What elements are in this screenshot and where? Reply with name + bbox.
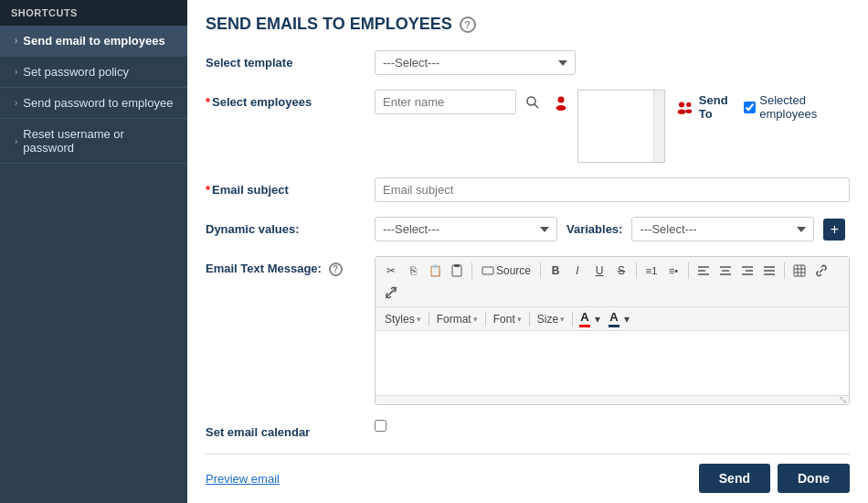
preview-email-button[interactable]: Preview email [206, 472, 280, 486]
paste-text-button[interactable] [447, 261, 467, 281]
send-to-label: Send To [699, 93, 738, 121]
paste-button[interactable]: 📋 [425, 261, 445, 281]
footer-divider [206, 454, 850, 455]
chevron-icon: › [15, 36, 17, 46]
svg-line-1 [535, 104, 538, 108]
page-title: SEND EMAILS TO EMPLOYEES [206, 15, 452, 34]
ordered-list-button[interactable]: ≡1 [641, 261, 662, 281]
select-template-control: ---Select--- [375, 50, 850, 75]
done-button[interactable]: Done [778, 464, 850, 493]
main-content: SEND EMAILS TO EMPLOYEES ? Select templa… [187, 0, 868, 503]
email-subject-control [375, 177, 850, 202]
editor-resize-handle[interactable]: ⤡ [376, 395, 849, 404]
underline-button[interactable]: U [589, 261, 609, 281]
styles-arrow: ▾ [417, 315, 421, 324]
add-variable-button[interactable]: + [823, 219, 845, 241]
email-subject-label: *Email subject [206, 177, 375, 197]
enter-name-input[interactable] [375, 90, 516, 114]
dynamic-row: ---Select--- Variables: ---Select--- + [375, 217, 850, 241]
svg-point-3 [556, 105, 566, 111]
page-title-row: SEND EMAILS TO EMPLOYEES ? [206, 15, 850, 34]
email-text-row: Email Text Message: ? ✂ ⎘ 📋 [206, 256, 850, 405]
dynamic-values-label: Dynamic values: [206, 217, 375, 236]
italic-button[interactable]: I [567, 261, 587, 281]
svg-point-6 [686, 102, 691, 107]
svg-point-2 [557, 97, 564, 103]
send-to-area: Send To Selected employees [676, 90, 850, 121]
sidebar-item-set-password[interactable]: › Set password policy [0, 57, 187, 88]
justify-button[interactable] [759, 261, 779, 281]
email-text-control: ✂ ⎘ 📋 Source B [375, 256, 850, 405]
source-label: Source [496, 264, 531, 277]
select-template-label: Select template [206, 50, 375, 70]
unordered-list-button[interactable]: ≡• [663, 261, 683, 281]
employee-list-box[interactable] [577, 90, 665, 163]
select-template-dropdown[interactable]: ---Select--- [375, 50, 576, 75]
font-bg-dropdown-arrow[interactable]: ▾ [624, 313, 630, 326]
font-bg-color-button[interactable]: A [606, 310, 622, 327]
toolbar-separator [485, 312, 486, 326]
select-employees-control: Send To Selected employees [375, 90, 850, 163]
align-left-button[interactable] [693, 261, 714, 281]
select-employees-label: *Select employees [206, 90, 375, 109]
selected-employees-checkbox[interactable] [744, 102, 756, 113]
editor-toolbar-1: ✂ ⎘ 📋 Source B [376, 257, 849, 307]
help-icon[interactable]: ? [460, 16, 476, 33]
align-right-button[interactable] [737, 261, 757, 281]
toolbar-separator [471, 262, 472, 279]
send-button[interactable]: Send [699, 464, 770, 493]
dynamic-values-dropdown[interactable]: ---Select--- [375, 217, 557, 241]
justify-icon [764, 265, 775, 276]
toolbar-separator [529, 312, 530, 326]
size-label: Size [537, 313, 558, 326]
toolbar-separator [429, 312, 429, 326]
table-button[interactable] [789, 261, 810, 281]
cut-button[interactable]: ✂ [381, 261, 401, 281]
email-text-area[interactable] [376, 331, 849, 395]
rich-text-editor: ✂ ⎘ 📋 Source B [375, 256, 850, 405]
sidebar-item-reset-username[interactable]: › Reset username or password [0, 119, 187, 164]
set-calendar-row: Set email calendar [206, 420, 850, 439]
copy-button[interactable]: ⎘ [403, 261, 423, 281]
link-button[interactable] [811, 261, 831, 281]
footer-row: Preview email Send Done [206, 464, 850, 493]
toolbar-separator [540, 262, 541, 279]
font-label: Font [493, 313, 515, 326]
table-icon [793, 264, 806, 277]
font-color-a: A [580, 310, 588, 324]
source-icon [482, 264, 494, 277]
svg-point-7 [685, 110, 692, 113]
select-template-row: Select template ---Select--- [206, 50, 850, 75]
font-color-dropdown-arrow[interactable]: ▾ [595, 313, 600, 326]
align-center-button[interactable] [715, 261, 736, 281]
sidebar-item-label: Reset username or password [23, 127, 176, 155]
search-button[interactable] [522, 90, 544, 115]
email-text-help-icon[interactable]: ? [329, 262, 343, 276]
svg-rect-10 [482, 267, 493, 274]
sidebar-item-label: Send email to employees [23, 34, 164, 48]
font-bg-a: A [609, 310, 618, 324]
font-color-button[interactable]: A [577, 310, 593, 327]
sidebar-item-send-email[interactable]: › Send email to employees [0, 26, 187, 57]
align-left-icon [698, 265, 709, 276]
svg-point-4 [679, 102, 684, 107]
send-to-icon [676, 99, 693, 115]
sidebar-item-label: Set password policy [23, 65, 129, 79]
employees-area: Send To Selected employees [375, 90, 850, 163]
resize-icon: ⤡ [839, 394, 847, 406]
unlink-button[interactable] [381, 283, 401, 303]
size-select-wrap: Size ▾ [534, 313, 568, 326]
source-button[interactable]: Source [477, 261, 535, 281]
set-calendar-checkbox[interactable] [375, 420, 386, 432]
scrollbar [653, 91, 664, 162]
selected-employees-checkbox-label[interactable]: Selected employees [744, 93, 850, 121]
strikethrough-button[interactable]: S [611, 261, 631, 281]
variables-label: Variables: [566, 222, 622, 236]
user-browse-button[interactable] [549, 90, 571, 115]
editor-toolbar-2: Styles ▾ Format ▾ Font ▾ Size [376, 307, 849, 331]
variables-dropdown[interactable]: ---Select--- [631, 217, 814, 241]
bold-button[interactable]: B [545, 261, 566, 281]
email-subject-input[interactable] [375, 177, 850, 202]
unlink-icon [385, 286, 397, 299]
sidebar-item-send-password[interactable]: › Send password to employee [0, 88, 187, 119]
